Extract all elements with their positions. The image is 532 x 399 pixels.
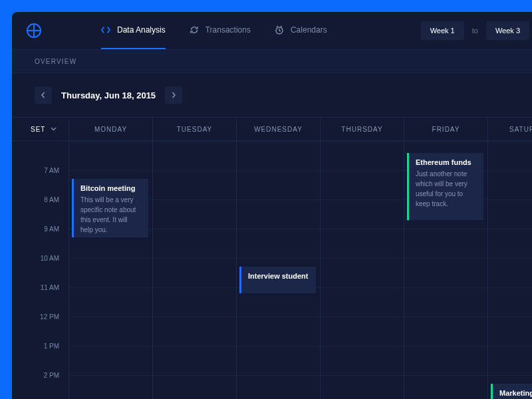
- calendar-event[interactable]: Interview student: [239, 267, 316, 293]
- code-icon: [101, 25, 110, 35]
- event-note: This will be a very specific note about …: [80, 195, 142, 235]
- event-note: Just another note which will be very use…: [416, 169, 477, 209]
- week-range: Week 1 to Week 3: [421, 21, 529, 40]
- day-header: TUESDAY: [153, 118, 237, 140]
- calendar: SET MONDAYTUESDAYWEDNESDAYTHURSDAYFRIDAY…: [12, 117, 532, 399]
- day-column: [153, 141, 237, 399]
- event-title: Marketing meet: [499, 389, 532, 397]
- chevron-down-icon: [51, 127, 57, 131]
- time-label: 7 AM: [12, 156, 68, 185]
- range-to-word: to: [472, 27, 478, 35]
- calendar-event[interactable]: Bitcoin meetingThis will be a very speci…: [72, 179, 148, 237]
- time-label: 11 AM: [12, 273, 68, 302]
- range-from-pill[interactable]: Week 1: [421, 21, 464, 40]
- event-title: Interview student: [248, 272, 309, 280]
- app-window: Data Analysis Transactions Calendars Wee…: [12, 12, 532, 399]
- day-header: SATURDAY: [488, 118, 532, 140]
- day-column: Bitcoin meetingThis will be a very speci…: [69, 141, 153, 399]
- date-bar: Thursday, Jun 18, 2015: [12, 73, 532, 117]
- day-headers: SET MONDAYTUESDAYWEDNESDAYTHURSDAYFRIDAY…: [12, 117, 532, 141]
- day-header: FRIDAY: [404, 118, 488, 140]
- tab-transactions[interactable]: Transactions: [190, 12, 251, 49]
- logo-icon: [27, 23, 41, 38]
- day-column: Ethereum fundsJust another note which wi…: [404, 141, 488, 399]
- top-nav: Data Analysis Transactions Calendars Wee…: [12, 12, 532, 49]
- prev-date-button[interactable]: [35, 86, 52, 104]
- day-header: THURSDAY: [321, 118, 404, 140]
- tab-label: Transactions: [205, 25, 251, 35]
- time-column: 7 AM8 AM9 AM10 AM11 AM12 PM1 PM2 PM3 PM: [12, 141, 69, 399]
- next-date-button[interactable]: [165, 86, 182, 104]
- day-column: Interview student: [237, 141, 321, 399]
- time-label: 8 AM: [12, 185, 68, 214]
- refresh-icon: [190, 25, 199, 35]
- nav-tabs: Data Analysis Transactions Calendars: [101, 12, 327, 49]
- day-header: MONDAY: [69, 118, 153, 140]
- event-title: Bitcoin meeting: [80, 184, 142, 192]
- event-title: Ethereum funds: [416, 158, 477, 166]
- day-column: Marketing meet: [488, 141, 532, 399]
- set-label: SET: [31, 126, 45, 133]
- day-header: WEDNESDAY: [237, 118, 321, 140]
- day-column: [321, 141, 404, 399]
- calendar-event[interactable]: Marketing meet: [491, 384, 532, 399]
- time-label: 2 PM: [12, 360, 68, 390]
- time-label: 3 PM: [12, 390, 68, 399]
- time-label: 10 AM: [12, 243, 68, 273]
- tab-calendars[interactable]: Calendars: [275, 12, 327, 49]
- time-label: 9 AM: [12, 214, 68, 243]
- tab-data-analysis[interactable]: Data Analysis: [101, 12, 166, 49]
- range-to-pill[interactable]: Week 3: [486, 21, 529, 40]
- calendar-event[interactable]: Ethereum fundsJust another note which wi…: [407, 153, 483, 220]
- overview-bar: OVERVIEW: [12, 49, 532, 73]
- time-label: 12 PM: [12, 302, 68, 331]
- grid-body: 7 AM8 AM9 AM10 AM11 AM12 PM1 PM2 PM3 PM …: [12, 141, 532, 399]
- current-date-label: Thursday, Jun 18, 2015: [61, 90, 156, 100]
- time-col-header[interactable]: SET: [12, 118, 69, 140]
- tab-label: Calendars: [291, 25, 327, 35]
- time-label: 1 PM: [12, 331, 68, 360]
- clock-icon: [275, 25, 284, 35]
- overview-label: OVERVIEW: [35, 58, 76, 65]
- tab-label: Data Analysis: [117, 25, 166, 35]
